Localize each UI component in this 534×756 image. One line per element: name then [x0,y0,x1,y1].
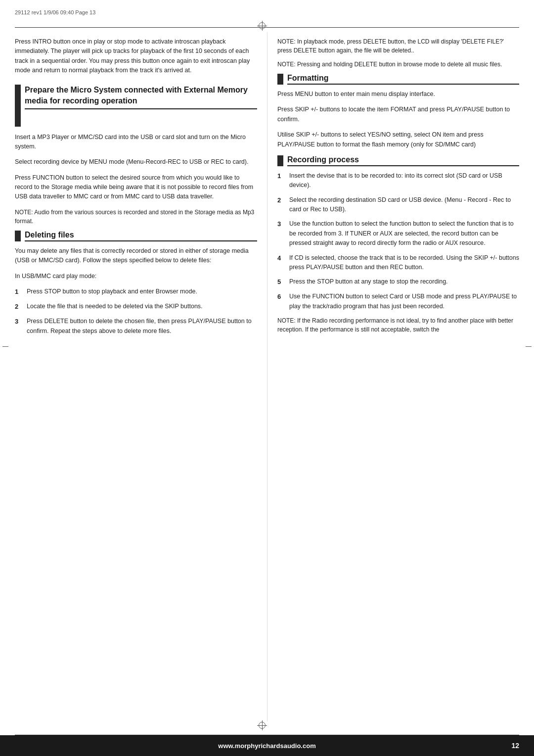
footer-bar: www.morphyrichardsaudio.com 12 [0,735,534,756]
list-item: 3 Press DELETE button to delete the chos… [15,317,257,336]
list-item: 1 Press STOP button to stop playback and… [15,287,257,297]
list-item: 3 Use the function button to select the … [277,219,519,248]
list-text: Press DELETE button to delete the chosen… [27,317,257,336]
recording-heading-bar [277,155,283,166]
prepare-heading-text: Prepare the Micro System connected with … [25,85,257,110]
prepare-heading-block: Prepare the Micro System connected with … [15,85,257,127]
crosshair-top [257,21,267,31]
list-text: If CD is selected, choose the track that… [289,253,519,273]
deleting-heading-block: Deleting files [15,231,257,241]
recording-heading-text: Recording process [287,155,519,166]
list-item: 6 Use the FUNCTION button to select Card… [277,292,519,311]
top-rule [15,27,519,28]
recording-note: NOTE: If the Radio recording performance… [277,316,519,334]
list-item: 1 Insert the devise that is to be record… [277,171,519,190]
prepare-para-1: Insert a MP3 Player or MMC/SD card into … [15,133,257,152]
formatting-para-3: Utilise SKIP +/- buttons to select YES/N… [277,130,519,149]
deleting-para-2: In USB/MMC card play mode: [15,272,257,281]
formatting-para-2: Press SKIP +/- buttons to locate the ite… [277,105,519,124]
crosshair-bottom [257,720,267,730]
list-num: 3 [277,219,286,229]
formatting-heading-text: Formatting [287,74,519,85]
right-column: NOTE: In playback mode, press DELETE but… [267,32,519,721]
formatting-heading-block: Formatting [277,74,519,85]
list-num: 4 [277,253,286,263]
deleting-heading-bar [15,231,21,241]
list-text: Press STOP button to stop playback and e… [27,287,197,296]
formatting-heading-bar [277,74,283,85]
prepare-note: NOTE: Audio from the various sources is … [15,208,257,226]
list-text: Select the recording destination SD card… [289,195,519,215]
list-num: 1 [277,171,286,181]
content-area: Press INTRO button once in play or stop … [15,32,519,721]
prepare-para-3: Press FUNCTION button to select the desi… [15,173,257,202]
deleting-list: 1 Press STOP button to stop playback and… [15,287,257,336]
right-note-1: NOTE: In playback mode, press DELETE but… [277,37,519,55]
list-text: Locate the file that is needed to be del… [27,302,203,311]
list-num: 3 [15,317,24,327]
right-note-2: NOTE: Pressing and holding DELETE button… [277,60,519,69]
prepare-heading-bar [15,85,21,127]
list-text: Use the function button to select the fu… [289,219,519,248]
list-num: 5 [277,277,286,287]
prepare-para-2: Select recording device by MENU mode (Me… [15,157,257,167]
deleting-heading-text: Deleting files [25,231,257,241]
side-mark-right [526,346,532,361]
side-mark-left [2,346,8,361]
list-text: Insert the devise that is to be recorded… [289,171,519,190]
list-item: 2 Locate the file that is needed to be d… [15,302,257,312]
intro-text: Press INTRO button once in play or stop … [15,37,257,76]
list-num: 6 [277,292,286,302]
recording-heading-block: Recording process [277,155,519,166]
list-num: 1 [15,287,24,297]
list-num: 2 [277,195,286,205]
list-text: Press the STOP button at any stage to st… [289,277,448,286]
formatting-para-1: Press MENU button to enter main menu dis… [277,90,519,99]
footer-page-number: 12 [504,742,519,750]
list-item: 4 If CD is selected, choose the track th… [277,253,519,273]
left-column: Press INTRO button once in play or stop … [15,32,267,721]
list-item: 5 Press the STOP button at any stage to … [277,277,519,287]
header: 29112 rev1 1/9/06 09:40 Page 13 [0,0,534,25]
list-text: Use the FUNCTION button to select Card o… [289,292,519,311]
recording-list: 1 Insert the devise that is to be record… [277,171,519,311]
header-meta: 29112 rev1 1/9/06 09:40 Page 13 [15,9,95,15]
deleting-para-1: You may delete any files that is correct… [15,246,257,266]
list-item: 2 Select the recording destination SD ca… [277,195,519,215]
list-num: 2 [15,302,24,312]
footer-url: www.morphyrichardsaudio.com [30,742,504,750]
